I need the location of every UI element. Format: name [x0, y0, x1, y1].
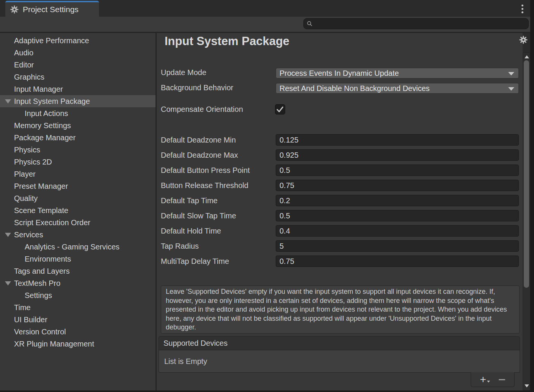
update-mode-dropdown[interactable]: Process Events In Dynamic Update	[276, 68, 519, 78]
page-settings-button[interactable]	[519, 35, 528, 46]
remove-device-button[interactable]	[499, 379, 505, 380]
gear-icon	[10, 5, 19, 14]
tap-radius-input[interactable]	[276, 240, 519, 252]
window-right-edge	[530, 0, 534, 392]
search-input[interactable]	[315, 20, 525, 28]
background-behavior-label: Background Behavior	[161, 83, 233, 92]
supported-devices-title: Supported Devices	[163, 339, 228, 348]
sidebar-item-version-control[interactable]: Version Control	[0, 326, 155, 338]
tap-radius-label: Tap Radius	[161, 240, 199, 252]
sidebar-item-label: Version Control	[14, 328, 66, 336]
sidebar-item-label: Script Execution Order	[14, 218, 90, 227]
sidebar-item-label: Environments	[25, 255, 71, 263]
expander-triangle-icon[interactable]	[5, 99, 11, 103]
sidebar-item-label: Input System Package	[14, 97, 90, 106]
button-release-threshold-input[interactable]	[276, 180, 519, 191]
multitap-delay-time-label: MultiTap Delay Time	[161, 256, 229, 267]
default-button-press-point-input[interactable]	[276, 165, 519, 176]
sidebar-item-label: Audio	[14, 49, 33, 57]
sidebar-item-physics[interactable]: Physics	[0, 144, 155, 156]
background-behavior-value: Reset And Disable Non Background Devices	[280, 84, 430, 93]
list-empty-label: List is Empty	[164, 357, 207, 366]
default-deadzone-min-input[interactable]	[276, 134, 519, 146]
sidebar-item-textmesh-pro[interactable]: TextMesh Pro	[0, 277, 155, 289]
sidebar-item-label: Analytics - Gaming Services	[25, 243, 119, 251]
checkmark-icon	[275, 105, 285, 114]
sidebar-item-adaptive-performance[interactable]: Adaptive Performance	[0, 34, 155, 47]
search-box[interactable]	[303, 18, 529, 29]
scroll-down-button[interactable]	[525, 384, 529, 387]
default-hold-time-input[interactable]	[276, 225, 519, 237]
compensate-orientation-label: Compensate Orientation	[161, 105, 243, 114]
sidebar-item-tags-and-layers[interactable]: Tags and Layers	[0, 265, 155, 277]
button-release-threshold-label: Button Release Threshold	[161, 180, 248, 191]
sidebar-item-script-execution-order[interactable]: Script Execution Order	[0, 216, 155, 229]
sidebar-item-label: Scene Template	[14, 206, 68, 215]
sidebar-item-settings[interactable]: Settings	[0, 289, 155, 301]
sidebar-item-label: Adaptive Performance	[14, 36, 89, 45]
sidebar-item-label: Preset Manager	[14, 182, 68, 191]
compensate-orientation-checkbox[interactable]	[275, 104, 285, 114]
tab-project-settings[interactable]: Project Settings	[5, 1, 99, 17]
sidebar-item-graphics[interactable]: Graphics	[0, 71, 155, 83]
sidebar-item-input-actions[interactable]: Input Actions	[0, 107, 155, 119]
sidebar-item-environments[interactable]: Environments	[0, 253, 155, 265]
sidebar-item-xr-plugin-management[interactable]: XR Plugin Management	[0, 338, 155, 350]
expander-triangle-icon[interactable]	[5, 233, 11, 237]
sidebar-item-scene-template[interactable]: Scene Template	[0, 204, 155, 216]
magnifier-icon	[307, 21, 313, 27]
default-deadzone-min-label: Default Deadzone Min	[161, 134, 236, 146]
sidebar-item-label: TextMesh Pro	[14, 279, 60, 288]
tab-title: Project Settings	[23, 5, 79, 14]
sidebar-item-package-manager[interactable]: Package Manager	[0, 132, 155, 144]
sidebar-item-input-system-package[interactable]: Input System Package	[0, 95, 155, 107]
default-deadzone-max-input[interactable]	[276, 149, 519, 161]
sidebar-item-analytics-gaming-services[interactable]: Analytics - Gaming Services	[0, 241, 155, 253]
default-tap-time-input[interactable]	[276, 195, 519, 206]
sidebar-item-player[interactable]: Player	[0, 168, 155, 180]
default-button-press-point-label: Default Button Press Point	[161, 165, 250, 176]
add-device-button[interactable]: +	[480, 374, 490, 385]
background-behavior-dropdown[interactable]: Reset And Disable Non Background Devices	[276, 83, 519, 94]
kebab-vertical-icon	[521, 5, 523, 6]
sidebar-item-preset-manager[interactable]: Preset Manager	[0, 180, 155, 192]
supported-devices-list: List is Empty	[159, 350, 520, 373]
chevron-down-icon	[508, 72, 514, 75]
default-slow-tap-time-input[interactable]	[276, 210, 519, 221]
tab-strip: Project Settings	[0, 0, 534, 17]
window-menu-button[interactable]	[517, 3, 527, 15]
sidebar-item-physics-2d[interactable]: Physics 2D	[0, 156, 155, 168]
plus-icon: +	[480, 374, 486, 385]
help-text-box: Leave 'Supported Devices' empty if you w…	[161, 285, 520, 334]
expander-triangle-icon[interactable]	[5, 281, 11, 285]
scrollbar-thumb[interactable]	[524, 60, 529, 288]
multitap-delay-time-input[interactable]	[276, 256, 519, 267]
sidebar-item-ui-builder[interactable]: UI Builder	[0, 314, 155, 326]
vertical-scrollbar[interactable]	[523, 52, 530, 390]
sidebar-item-memory-settings[interactable]: Memory Settings	[0, 119, 155, 132]
sidebar-item-input-manager[interactable]: Input Manager	[0, 83, 155, 95]
sidebar-item-label: Physics 2D	[14, 158, 52, 166]
sidebar-item-label: UI Builder	[14, 315, 47, 324]
update-mode-label: Update Mode	[161, 68, 206, 77]
caret-down-icon	[487, 381, 490, 383]
sidebar-item-label: Physics	[14, 146, 40, 154]
update-mode-value: Process Events In Dynamic Update	[280, 69, 399, 78]
settings-main-panel: Input System Package Update Mode	[157, 33, 523, 390]
sidebar-item-time[interactable]: Time	[0, 301, 155, 314]
scroll-up-button[interactable]	[525, 55, 529, 58]
settings-sidebar: Adaptive PerformanceAudioEditorGraphicsI…	[0, 33, 155, 390]
window-bottom-edge	[0, 390, 534, 392]
sidebar-item-label: XR Plugin Management	[14, 340, 94, 348]
sidebar-item-editor[interactable]: Editor	[0, 59, 155, 71]
project-settings-window: Project Settings Adaptive PerformanceAud…	[0, 0, 534, 392]
sidebar-item-services[interactable]: Services	[0, 229, 155, 241]
default-hold-time-label: Default Hold Time	[161, 225, 221, 237]
sidebar-item-label: Tags and Layers	[14, 267, 70, 276]
sidebar-item-audio[interactable]: Audio	[0, 47, 155, 59]
sidebar-item-label: Input Actions	[25, 109, 68, 118]
list-toolbar: +	[471, 372, 515, 387]
chevron-down-icon	[508, 87, 514, 91]
supported-devices-header[interactable]: Supported Devices	[159, 336, 520, 350]
sidebar-item-quality[interactable]: Quality	[0, 192, 155, 204]
